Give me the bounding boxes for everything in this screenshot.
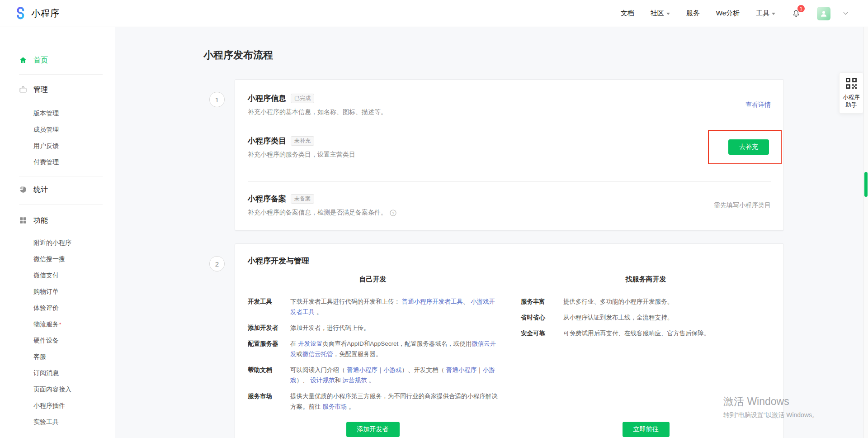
home-icon: [19, 56, 27, 64]
sidebar-item-logistics[interactable]: 物流服务*: [19, 316, 115, 333]
sidebar-item-plugins[interactable]: 小程序插件: [19, 398, 115, 414]
statistics-icon: [19, 186, 27, 194]
sidebar-item-customer-service[interactable]: 客服: [19, 349, 115, 365]
self-develop-column: 自己开发 开发工具 下载开发者工具进行代码的开发和上传： 普通小程序开发者工具、…: [248, 271, 507, 437]
notification-bell[interactable]: 1: [792, 9, 801, 18]
time-saving-row: 省时省心 从小程序认证到发布上线，全流程支持。: [521, 312, 771, 323]
row-title: 小程序信息: [248, 93, 286, 104]
caret-down-icon: [666, 13, 670, 15]
wechat-miniprogram-logo[interactable]: 小程序: [14, 7, 60, 20]
sidebar-item-hardware[interactable]: 硬件设备: [19, 333, 115, 349]
sidebar-item-feedback[interactable]: 用户反馈: [19, 138, 115, 154]
caret-down-icon: [772, 13, 775, 15]
scrollbar[interactable]: [863, 27, 868, 438]
status-badge-completed: 已完成: [291, 94, 314, 103]
qr-code-icon: [845, 77, 857, 89]
rich-services-row: 服务丰富 提供多行业、多功能的小程序开发服务。: [521, 296, 771, 307]
nav-community[interactable]: 社区: [651, 9, 670, 18]
nav-docs[interactable]: 文档: [621, 9, 634, 18]
account-avatar[interactable]: [817, 7, 830, 20]
service-market-link[interactable]: 服务市场: [322, 403, 347, 410]
nav-tools[interactable]: 工具: [756, 9, 775, 18]
self-develop-header: 自己开发: [248, 275, 498, 284]
chevron-down-icon[interactable]: [844, 10, 848, 15]
dev-tools-row: 开发工具 下载开发者工具进行代码的开发和上传： 普通小程序开发者工具、 小游戏开…: [248, 296, 498, 317]
safe-reliable-row: 安全可靠 可免费试用后再支付、在线客服响应、官方售后保障。: [521, 328, 771, 338]
row-miniprogram-category: 小程序类目 未补充 补充小程序的服务类目，设置主营类目 去补充: [248, 130, 771, 181]
sidebar: 首页 管理 版本管理 成员管理 用户反馈 付费管理 统计: [0, 27, 115, 438]
header-nav: 文档 社区 服务 We分析 工具 1: [621, 7, 847, 20]
sidebar-item-version[interactable]: 版本管理: [19, 105, 115, 122]
helper-label-line2: 助手: [841, 101, 861, 109]
svg-text:?: ?: [392, 210, 394, 215]
help-docs-row: 帮助文档 可以阅读入门介绍（ 普通小程序｜小游戏）、开发文档（ 普通小程序｜小游…: [248, 365, 498, 386]
helper-label-line1: 小程序: [841, 94, 861, 101]
add-developer-button[interactable]: 添加开发者: [346, 422, 400, 437]
notification-badge: 1: [797, 5, 805, 12]
page-title: 小程序发布流程: [203, 49, 868, 62]
setup-card: 小程序信息 已完成 补充小程序的基本信息，如名称、图标、描述等。 查看详情 小程…: [235, 79, 784, 231]
nav-services[interactable]: 服务: [686, 9, 700, 18]
configure-server-row: 配置服务器 在 开发设置页面查看AppID和AppSecret，配置服务器域名，…: [248, 338, 498, 359]
vendor-header: 找服务商开发: [521, 275, 771, 284]
info-icon[interactable]: ?: [390, 209, 396, 216]
sidebar-item-members[interactable]: 成员管理: [19, 122, 115, 138]
miniprogram-devtools-link[interactable]: 普通小程序开发者工具: [402, 298, 463, 305]
development-card: 小程序开发与管理 自己开发 开发工具 下载开发者工具进行代码的开发和上传： 普通…: [235, 243, 784, 438]
mini-program-helper[interactable]: 小程序 助手: [839, 72, 863, 114]
step-1: 1 小程序信息 已完成 补充小程序的基本信息，如名称、图标、描述等。 查看详情: [203, 79, 868, 231]
add-developer-row: 添加开发者 添加开发者，进行代码上传。: [248, 323, 498, 333]
operation-rules-link[interactable]: 运营规范: [343, 377, 367, 384]
sidebar-section-features[interactable]: 功能: [19, 214, 115, 226]
nav-we-analysis[interactable]: We分析: [716, 9, 740, 18]
top-bar: 小程序 文档 社区 服务 We分析 工具 1: [0, 0, 868, 27]
main-content: 小程序发布流程 1 小程序信息 已完成 补充小程序的基本信息，如名称、图标、描述…: [115, 27, 868, 438]
cloud-hosting-link[interactable]: 微信云托管: [302, 351, 333, 357]
intro-minigame-link[interactable]: 小游戏: [383, 367, 402, 373]
step-1-number: 1: [209, 92, 225, 107]
row-miniprogram-info: 小程序信息 已完成 补充小程序的基本信息，如名称、图标、描述等。 查看详情: [248, 80, 771, 130]
sidebar-item-wechat-pay[interactable]: 微信支付: [19, 267, 115, 284]
row-miniprogram-beian: 小程序备案 未备案 补充小程序的备案信息，检测是否满足备案条件。 ? 需先填写小…: [248, 182, 771, 230]
dev-settings-link[interactable]: 开发设置: [298, 340, 322, 347]
avatar-figure-icon: [820, 10, 828, 18]
miniprogram-s-icon: [14, 7, 27, 20]
sidebar-item-page-content[interactable]: 页面内容接入: [19, 381, 115, 398]
red-annotation-box: 去补充: [708, 130, 782, 164]
status-badge-uncompleted: 未补充: [291, 136, 314, 146]
sidebar-item-home[interactable]: 首页: [19, 54, 115, 66]
new-mark: *: [59, 322, 61, 327]
sidebar-item-search[interactable]: 微信搜一搜: [19, 251, 115, 267]
docs-miniprogram-link[interactable]: 普通小程序: [446, 367, 477, 373]
go-now-button[interactable]: 立即前往: [623, 422, 670, 437]
sidebar-item-nearby[interactable]: 附近的小程序: [19, 235, 115, 251]
features-grid-icon: [19, 216, 27, 224]
step-2-number: 2: [209, 256, 225, 271]
service-market-row: 服务市场 提供大量优质的小程序第三方服务，为不同行业的商家提供合适的小程序解决方…: [248, 391, 498, 412]
divider: [19, 204, 103, 205]
scrollbar-thumb[interactable]: [864, 172, 868, 197]
row-title: 小程序备案: [248, 194, 286, 204]
sidebar-item-subscribe-message[interactable]: 订阅消息: [19, 365, 115, 381]
design-guidelines-link[interactable]: 设计规范: [310, 377, 335, 384]
features-menu: 附近的小程序 微信搜一搜 微信支付 购物订单 体验评价 物流服务* 硬件设备 客…: [19, 235, 115, 430]
step-2: 2 小程序开发与管理 自己开发 开发工具 下载开发者工具进行代码的开发和上传： …: [203, 243, 868, 438]
sidebar-item-payment[interactable]: 付费管理: [19, 154, 115, 171]
sidebar-item-experience-review[interactable]: 体验评价: [19, 300, 115, 316]
vendor-column: 找服务商开发 服务丰富 提供多行业、多功能的小程序开发服务。 省时省心 从小程序…: [507, 271, 771, 437]
view-details-link[interactable]: 查看详情: [745, 101, 771, 109]
sidebar-section-management[interactable]: 管理: [19, 84, 115, 95]
divider: [19, 176, 103, 176]
fill-category-button[interactable]: 去补充: [728, 139, 769, 155]
row-title: 小程序类目: [248, 136, 286, 146]
sidebar-item-orders[interactable]: 购物订单: [19, 284, 115, 300]
divider: [19, 74, 103, 75]
sidebar-section-statistics[interactable]: 统计: [19, 184, 115, 195]
prerequisite-note: 需先填写小程序类目: [714, 201, 771, 209]
logo-text: 小程序: [31, 7, 60, 19]
sidebar-item-lab-tools[interactable]: 实验工具: [19, 414, 115, 430]
intro-miniprogram-link[interactable]: 普通小程序: [347, 367, 377, 373]
management-menu: 版本管理 成员管理 用户反馈 付费管理: [19, 105, 115, 171]
development-card-title: 小程序开发与管理: [248, 244, 771, 266]
status-badge-not-filed: 未备案: [291, 194, 314, 204]
